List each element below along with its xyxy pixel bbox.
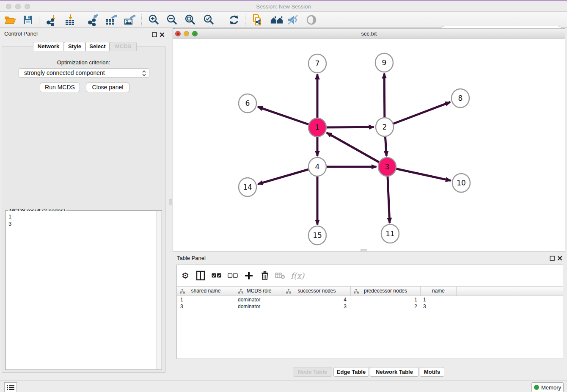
unchecked-boxes-icon — [228, 273, 238, 278]
zoom-selected-icon — [203, 14, 215, 26]
column-header-name[interactable]: name — [421, 287, 457, 296]
splitter-handle-horizontal[interactable] — [361, 249, 367, 252]
graph-edge-2-8[interactable] — [385, 102, 450, 127]
cell-shared-name[interactable]: 3 — [177, 303, 235, 310]
delete-table-button-disabled — [275, 270, 286, 281]
edge-layer — [258, 73, 451, 224]
cell-shared-name[interactable]: 1 — [177, 296, 235, 303]
graph-edge-3-10[interactable] — [387, 167, 451, 181]
select-all-button[interactable] — [211, 270, 222, 281]
tab-style[interactable]: Style — [64, 42, 85, 51]
mute-announcements-button[interactable] — [286, 14, 300, 26]
zoom-selected-button[interactable] — [202, 14, 215, 26]
save-session-button[interactable] — [21, 14, 35, 26]
documents-share-icon — [250, 14, 263, 26]
toolbar-separator — [221, 14, 221, 25]
table-delete-icon — [275, 272, 285, 279]
toolbar-separator — [81, 14, 81, 25]
column-header-mcds-role[interactable]: MCDS role — [235, 287, 283, 296]
export-image-button[interactable] — [123, 14, 136, 26]
open-session-button[interactable] — [3, 14, 17, 26]
network-window-title: scc.txt — [173, 30, 565, 37]
table-panel-close-icon[interactable] — [557, 256, 562, 261]
table-panel-float-button[interactable] — [550, 256, 555, 261]
graph-node-label: 15 — [313, 231, 322, 240]
show-columns-button[interactable] — [195, 270, 206, 281]
import-network-button[interactable] — [45, 14, 59, 26]
cell-name[interactable]: 1 — [421, 296, 457, 303]
cell-predecessor-nodes[interactable]: 1 — [351, 296, 421, 303]
memory-button[interactable]: Memory — [531, 382, 564, 392]
create-column-button[interactable] — [243, 270, 254, 281]
graph-node-label: 10 — [457, 179, 466, 187]
export-table-button[interactable] — [104, 14, 118, 26]
graph-node-1[interactable]: 1 — [308, 118, 326, 137]
close-panel-button[interactable]: Close panel — [86, 83, 129, 92]
tab-select[interactable]: Select — [85, 42, 110, 51]
graph-node-9[interactable]: 9 — [375, 53, 393, 72]
control-panel-close-icon[interactable] — [160, 32, 165, 37]
graph-node-14[interactable]: 14 — [239, 178, 256, 196]
graph-node-6[interactable]: 6 — [239, 94, 256, 113]
deselect-all-button[interactable] — [227, 270, 238, 281]
delete-column-button[interactable] — [259, 270, 270, 281]
tab-edge-table[interactable]: Edge Table — [333, 367, 369, 377]
graph-node-8[interactable]: 8 — [451, 89, 469, 108]
clone-network-button[interactable] — [250, 14, 264, 26]
task-history-button[interactable] — [4, 382, 17, 392]
control-panel-float-button[interactable] — [152, 32, 157, 37]
graph-edge-3-1[interactable] — [327, 133, 387, 167]
column-header-shared-name[interactable]: shared name — [177, 287, 235, 296]
graph-node-11[interactable]: 11 — [381, 224, 399, 243]
trash-icon — [261, 271, 269, 280]
show-home-button[interactable] — [270, 14, 284, 26]
zoom-in-button[interactable] — [147, 14, 160, 26]
tab-network[interactable]: Network — [33, 42, 64, 51]
cell-successor-nodes[interactable]: 3 — [283, 303, 351, 310]
network-graph[interactable]: 7968124314101511 — [173, 39, 565, 251]
network-window-titlebar[interactable]: ✕ − ＋ scc.txt — [173, 29, 565, 39]
table-row[interactable]: 1dominator411 — [177, 296, 563, 303]
graph-node-2[interactable]: 2 — [376, 118, 394, 136]
export-network-button[interactable] — [87, 14, 100, 26]
import-table-button[interactable] — [63, 14, 77, 26]
apply-layout-button[interactable] — [227, 14, 241, 26]
import-network-icon — [46, 14, 58, 26]
tab-network-table[interactable]: Network Table — [370, 367, 419, 377]
open-folder-icon — [4, 14, 16, 26]
table-settings-button[interactable]: ⚙ — [180, 270, 191, 281]
cell-predecessor-nodes[interactable]: 2 — [351, 303, 421, 310]
checked-boxes-icon — [212, 273, 222, 278]
network-canvas[interactable]: 7968124314101511 — [173, 39, 565, 251]
graph-node-15[interactable]: 15 — [308, 226, 326, 245]
tab-motifs[interactable]: Motifs — [420, 367, 444, 377]
cell-name[interactable]: 3 — [421, 303, 457, 310]
cell-mcds-role[interactable]: dominator — [235, 296, 283, 303]
graph-node-4[interactable]: 4 — [308, 157, 326, 176]
zoom-out-button[interactable] — [165, 14, 179, 26]
graph-node-3[interactable]: 3 — [378, 157, 396, 176]
zoom-in-icon — [148, 14, 160, 26]
export-network-icon — [88, 14, 99, 26]
network-window: ✕ − ＋ scc.txt 7968124314101511 — [173, 28, 565, 251]
mcds-result-text[interactable]: 1 3 — [6, 211, 156, 369]
run-mcds-button[interactable]: Run MCDS — [40, 83, 80, 92]
splitter-handle-vertical[interactable] — [169, 199, 172, 205]
criterion-select[interactable]: strongly connected component — [19, 68, 149, 78]
mcds-result-scrollbar[interactable] — [156, 211, 161, 369]
tab-mcds[interactable]: MCDS — [110, 42, 137, 51]
cell-mcds-role[interactable]: dominator — [235, 303, 283, 310]
cell-successor-nodes[interactable]: 4 — [283, 296, 351, 303]
status-bar: Memory — [0, 381, 567, 392]
graph-node-10[interactable]: 10 — [452, 174, 470, 192]
gear-icon: ⚙ — [182, 271, 189, 280]
zoom-fit-button[interactable] — [183, 14, 197, 26]
graph-node-7[interactable]: 7 — [308, 54, 326, 73]
toolbar-separator — [141, 14, 142, 25]
table-row[interactable]: 3dominator323 — [177, 303, 563, 310]
column-header-successor-nodes[interactable]: successor nodes — [283, 287, 351, 296]
tab-node-table[interactable]: Node Table — [293, 367, 332, 377]
table-panel-tabs: Node Table Edge Table Network Table Moti… — [173, 367, 567, 377]
column-header-predecessor-nodes[interactable]: predecessor nodes — [351, 287, 421, 296]
watch-button[interactable] — [305, 14, 318, 26]
